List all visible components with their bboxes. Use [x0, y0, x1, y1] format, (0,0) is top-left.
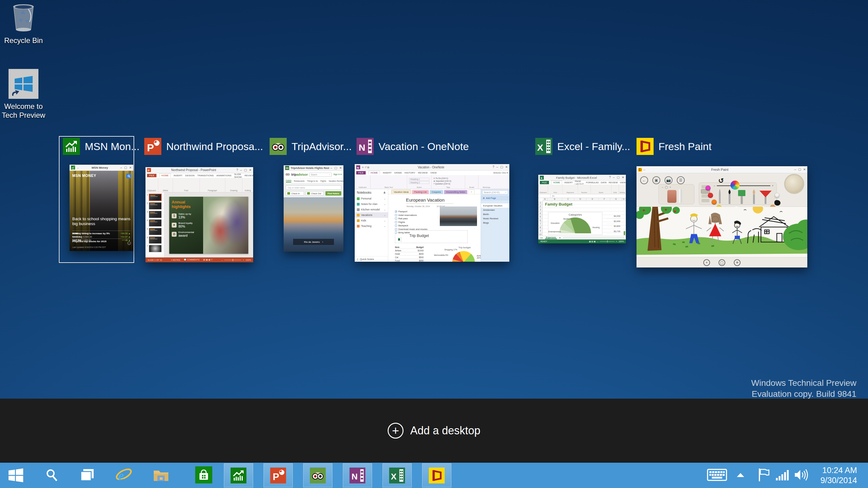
ticker-value: 1,995.69 — [82, 239, 122, 242]
add-desktop-label: Add a desktop — [410, 424, 480, 437]
welcome-label-line2: Tech Preview — [1, 111, 46, 120]
slide-thumb: 2 — [147, 202, 163, 210]
on-tab-file: FILE — [356, 171, 366, 175]
ta-city-input: City or hotel name — [286, 185, 341, 190]
on-titlebar: N ⊕ ↺ ▦ Vacation - OneNote ?–▢✕ — [355, 164, 509, 171]
ribbon-group-label: Font — [173, 189, 199, 191]
clock[interactable]: 10:24 AM 9/30/2014 — [820, 465, 857, 486]
minimize-icon: – — [121, 166, 122, 169]
tile-header-excel[interactable]: X Excel - Family... — [535, 138, 630, 155]
taskbar-msn-money[interactable] — [224, 463, 253, 487]
svg-text:e: e — [118, 468, 124, 483]
ribbon-group-label: Alignment — [563, 191, 578, 193]
ppt-tab: DESIGN — [185, 174, 194, 177]
ta-search-area: City or hotel name Check In Check Out Fi… — [284, 184, 343, 197]
ex-tab-home: HOME — [551, 181, 562, 185]
show-hidden-icons-button[interactable] — [736, 471, 745, 480]
search-icon: ⌕ — [505, 191, 506, 194]
taskbar-tripadvisor[interactable] — [303, 463, 333, 487]
tile-header-onenote[interactable]: N Vacation - OneNote — [356, 138, 469, 155]
heart-icon: ♥ — [172, 223, 177, 227]
ex-tab: INSERT — [564, 181, 572, 184]
tile-title: Vacation - OneNote — [378, 141, 469, 152]
excel-mini-icon: X — [540, 176, 544, 180]
network-button[interactable] — [775, 469, 789, 482]
chart-title: Categories — [548, 213, 602, 216]
msn-money-mini-icon — [71, 165, 75, 170]
ex-grid: ABCDEFGH 12345678910 Family Budget Categ… — [538, 198, 626, 236]
touch-keyboard-button[interactable] — [707, 468, 727, 483]
ticker-value: 17,069.42 — [79, 232, 121, 235]
msn-money-icon — [63, 138, 80, 155]
tile-header-powerpoint[interactable]: P Northwind Proposa... — [144, 138, 263, 155]
recycle-bin-label: Recycle Bin — [1, 36, 46, 45]
tag-important: ★ Important (Ctrl+2) — [433, 180, 452, 182]
thumbnail-fresh-paint[interactable]: – Fresh Paint –▢✕ ← ▣ 📷 ☰ – ◯ + –+ — [637, 166, 807, 268]
recycle-bin-desktop-icon[interactable]: Recycle Bin — [1, 4, 46, 45]
action-center-button[interactable] — [757, 468, 770, 483]
tile-header-tripadvisor[interactable]: TripAdvisor... — [270, 138, 352, 155]
row-headers: 12345678910 — [538, 201, 542, 236]
ex-formula-bar: ƒx — [538, 194, 626, 198]
msn-content: MSN MONEY Back to school shopping means … — [69, 171, 133, 251]
slide-bullet: ♥Brand loyalty80% — [172, 222, 201, 228]
checkbox — [395, 224, 397, 226]
ta-check-in: Check In — [286, 191, 304, 195]
window-controls: ?–▢✕ — [236, 169, 252, 172]
taskbar: e P N X — [0, 463, 868, 488]
start-button[interactable] — [8, 467, 24, 484]
volume-button[interactable] — [794, 468, 808, 483]
windows-logo-icon — [8, 467, 24, 483]
svg-text:X: X — [537, 143, 543, 152]
task-view-button[interactable] — [80, 468, 95, 483]
thumbnail-msn-money[interactable]: ← MSN Money –▢✕ MSN MONEY Back to school… — [69, 165, 133, 251]
ticker-row: S&P 5001,995.69+7.46 ▲ — [72, 239, 130, 242]
ribbon-group-label: Editing — [619, 191, 626, 193]
powerpoint-mini-icon: P — [147, 168, 151, 172]
taskbar-excel[interactable]: X — [382, 463, 412, 487]
page-item: Amsterdam — [481, 208, 509, 212]
taskbar-fresh-paint[interactable] — [422, 463, 452, 487]
ppt-titlebar: P Northwind Proposal - PowerPoint ?–▢✕ — [146, 167, 253, 173]
page-tab: Coupons — [430, 190, 443, 194]
window-controls: –▢✕ — [121, 166, 132, 169]
svg-text:P: P — [147, 142, 154, 153]
ppt-tab: TRANSITIONS — [197, 174, 214, 177]
thumbnail-onenote[interactable]: N ⊕ ↺ ▦ Vacation - OneNote ?–▢✕ FILE HOM… — [355, 164, 509, 262]
search-button[interactable] — [44, 468, 59, 483]
ppt-tab-file: FILE — [147, 174, 156, 177]
msn-more-icon: ⌄ — [127, 242, 131, 245]
ex-tab: REVIEW — [609, 181, 618, 184]
title-cell: Family Budget — [545, 202, 572, 207]
pie-label: Memorabilia 5% — [434, 254, 448, 256]
ppt-tab: SLIDE SHOW — [234, 173, 242, 178]
tile-header-fresh-paint[interactable]: Fresh Paint — [637, 138, 712, 155]
msn-titlebar: ← MSN Money –▢✕ — [69, 165, 133, 171]
notebook-item: Kitchen remodel⌄ — [355, 207, 388, 212]
taskbar-onenote[interactable]: N — [343, 463, 372, 487]
clock-date: 9/30/2014 — [820, 476, 857, 486]
plus-circle-icon: + — [388, 423, 403, 438]
fp-window-title: Fresh Paint — [647, 168, 793, 172]
camera-button: 📷 — [664, 176, 673, 184]
file-explorer-button[interactable] — [153, 467, 169, 483]
ex-sheet-tabs: ◂ ▸ Expenses ⊕ — [538, 236, 626, 239]
fresh-paint-mini-icon — [638, 168, 642, 172]
nav-hotels: Hotels — [286, 179, 291, 182]
on-page-area: Vacation Ideas Packing List Coupons Hous… — [388, 189, 480, 262]
ppt-current-slide: Annual highlights $Sales up by13% ♥Brand… — [169, 197, 248, 254]
add-desktop-bar[interactable]: + Add a desktop — [0, 399, 868, 463]
comments-button: 💬 COMMENTS — [184, 258, 200, 261]
tile-header-msn-money[interactable]: MSN Mon... — [63, 138, 140, 155]
thumbnail-tripadvisor[interactable]: TripAdvisor Hotels Flights Restaurants –… — [284, 165, 343, 252]
internet-explorer-button[interactable]: e — [115, 467, 133, 484]
msn-tickers: DOW17,069.42+55.55 ▲ NASDAQ4,584.35+32.0… — [72, 232, 130, 242]
style-heading1: Heading 1 — [409, 178, 429, 181]
welcome-desktop-icon[interactable]: Welcome to Tech Preview — [1, 69, 46, 120]
thumbnail-excel[interactable]: X Family Budget - Microsoft Excel ?–▢✕ F… — [538, 175, 626, 243]
msn-window-title: MSN Money — [81, 166, 119, 169]
thumbnail-powerpoint[interactable]: P Northwind Proposal - PowerPoint ?–▢✕ F… — [146, 167, 253, 262]
h-scrollbar — [563, 237, 624, 239]
taskbar-powerpoint[interactable]: P — [264, 463, 293, 487]
store-button[interactable] — [195, 466, 212, 485]
